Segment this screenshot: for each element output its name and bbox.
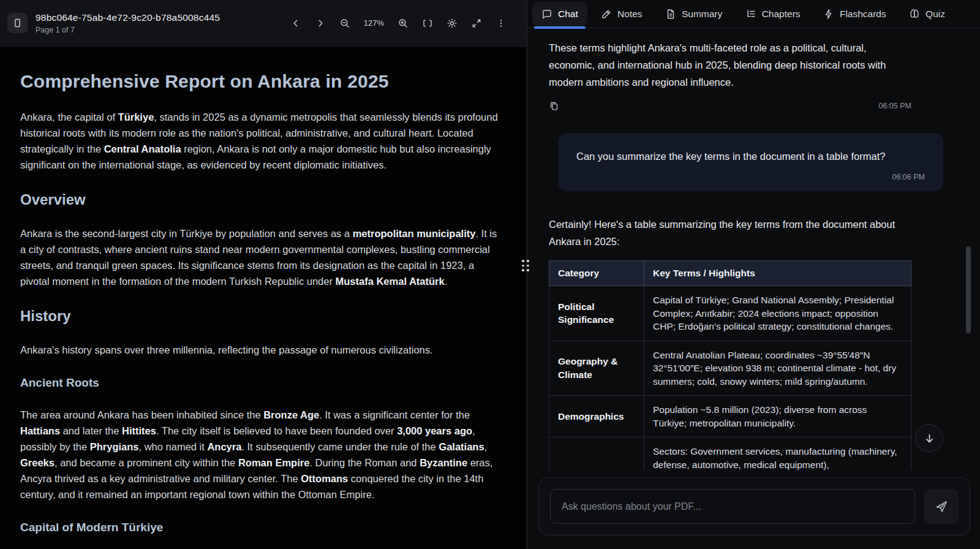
pdf-viewer-header: 98bc064e-75ab-4e72-9c20-b78a5008c445 Pag…	[0, 0, 526, 47]
zoom-out-button[interactable]	[336, 13, 355, 32]
panel-resize-handle[interactable]	[522, 260, 529, 271]
table-cell-category	[549, 437, 644, 471]
tab-quiz-label: Quiz	[925, 9, 945, 20]
tab-notes-label: Notes	[617, 9, 643, 20]
thumbnails-toggle-button[interactable]	[7, 13, 28, 33]
chat-question-input[interactable]	[550, 489, 915, 524]
chevron-left-icon	[291, 18, 301, 28]
doc-paragraph-intro: Ankara, the capital of Türkiye, stands i…	[20, 109, 500, 173]
message-timestamp: 06:06 PM	[576, 173, 925, 181]
tab-chapters-label: Chapters	[762, 9, 801, 20]
table-row: Political SignificanceCapital of Türkiye…	[549, 286, 911, 341]
tab-notes[interactable]: Notes	[592, 2, 652, 26]
document-info: 98bc064e-75ab-4e72-9c20-b78a5008c445 Pag…	[36, 12, 220, 34]
pdf-page: Comprehensive Report on Ankara in 2025 A…	[0, 47, 526, 549]
quiz-brain-icon	[909, 9, 920, 20]
doc-heading-overview: Overview	[20, 191, 500, 208]
pdf-viewer-panel: 98bc064e-75ab-4e72-9c20-b78a5008c445 Pag…	[0, 0, 527, 549]
previous-page-button[interactable]	[287, 13, 306, 32]
table-cell-value: Central Anatolian Plateau; coordinates ~…	[644, 341, 911, 396]
tab-quiz[interactable]: Quiz	[900, 2, 954, 26]
doc-paragraph-history: Ankara's history spans over three millen…	[20, 342, 500, 358]
user-message-bubble: Can you summarize the key terms in the d…	[558, 133, 943, 191]
doc-heading-capital-modern: Capital of Modern Türkiye	[20, 521, 500, 534]
assistant-message-meta: 06:05 PM	[549, 100, 911, 111]
doc-heading-main: Comprehensive Report on Ankara in 2025	[20, 71, 500, 92]
assistant-message: Certainly! Here's a table summarizing th…	[549, 216, 911, 250]
assistant-message: These terms highlight Ankara's multi-fac…	[549, 39, 911, 91]
table-header: Category Key Terms / Highlights	[549, 261, 911, 286]
app-window: 98bc064e-75ab-4e72-9c20-b78a5008c445 Pag…	[0, 0, 980, 549]
fullscreen-button[interactable]	[467, 13, 486, 32]
chat-scrollbar[interactable]	[966, 246, 971, 333]
flashcards-bolt-icon	[823, 9, 834, 20]
zoom-out-icon	[339, 18, 350, 29]
brightness-button[interactable]	[442, 13, 461, 32]
summary-doc-icon	[665, 9, 676, 20]
chat-panel: Chat Notes Summary Chapters Flashcards Q…	[527, 0, 980, 549]
zoom-level-label: 127%	[364, 18, 384, 28]
kebab-menu-icon	[496, 18, 506, 28]
copy-icon	[549, 100, 559, 111]
copy-message-button[interactable]	[549, 100, 559, 111]
table-cell-category: Demographics	[549, 396, 644, 437]
tab-summary-label: Summary	[682, 9, 722, 20]
tab-flashcards-label: Flashcards	[840, 9, 886, 20]
fit-page-button[interactable]	[418, 13, 437, 32]
tab-flashcards[interactable]: Flashcards	[814, 2, 895, 26]
chat-input-container	[538, 477, 970, 536]
chat-message-list: These terms highlight Ankara's multi-fac…	[527, 28, 980, 470]
send-icon	[934, 499, 949, 514]
doc-heading-ancient-roots: Ancient Roots	[20, 376, 500, 390]
doc-paragraph-overview: Ankara is the second-largest city in Tür…	[20, 225, 500, 289]
table-cell-category: Political Significance	[549, 286, 644, 341]
zoom-in-button[interactable]	[393, 13, 412, 32]
tab-chat[interactable]: Chat	[532, 2, 587, 26]
document-title: 98bc064e-75ab-4e72-9c20-b78a5008c445	[36, 12, 220, 23]
fit-page-icon	[422, 18, 433, 29]
tab-chapters[interactable]: Chapters	[736, 2, 810, 26]
table-cell-value: Sectors: Government services, manufactur…	[644, 437, 911, 471]
scroll-to-bottom-button[interactable]	[915, 424, 943, 452]
table-row: Geography & ClimateCentral Anatolian Pla…	[549, 341, 911, 396]
zoom-in-icon	[398, 18, 409, 29]
user-message-text: Can you summarize the key terms in the d…	[576, 148, 925, 164]
panel-tabs: Chat Notes Summary Chapters Flashcards Q…	[527, 0, 980, 28]
table-cell-value: Population ~5.8 million (2023); diverse …	[644, 396, 911, 437]
brightness-icon	[447, 18, 458, 29]
next-page-button[interactable]	[311, 13, 330, 32]
message-timestamp: 06:05 PM	[878, 102, 911, 110]
table-header-category: Category	[549, 261, 644, 286]
chevron-right-icon	[315, 18, 325, 28]
chat-input-bar	[527, 470, 980, 549]
viewer-toolbar: 127%	[287, 13, 516, 32]
pencil-icon	[601, 9, 612, 20]
page-indicator: Page 1 of 7	[36, 26, 220, 34]
doc-paragraph-ancient-roots: The area around Ankara has been inhabite…	[20, 407, 500, 502]
expand-icon	[471, 18, 482, 29]
table-header-keyterms: Key Terms / Highlights	[644, 261, 911, 286]
send-message-button[interactable]	[924, 489, 959, 524]
table-cell-category: Geography & Climate	[549, 341, 644, 396]
table-row: Sectors: Government services, manufactur…	[549, 437, 911, 471]
tab-chat-label: Chat	[558, 9, 578, 20]
tab-summary[interactable]: Summary	[656, 2, 731, 26]
arrow-down-icon	[924, 433, 935, 444]
pages-icon	[12, 18, 23, 28]
table-row: DemographicsPopulation ~5.8 million (202…	[549, 396, 911, 437]
more-options-button[interactable]	[491, 13, 510, 32]
chat-bubble-icon	[541, 9, 552, 20]
chapters-icon	[745, 9, 756, 20]
key-terms-table: Category Key Terms / Highlights Politica…	[549, 260, 911, 470]
doc-heading-history: History	[20, 308, 500, 325]
table-cell-value: Capital of Türkiye; Grand National Assem…	[644, 286, 911, 341]
